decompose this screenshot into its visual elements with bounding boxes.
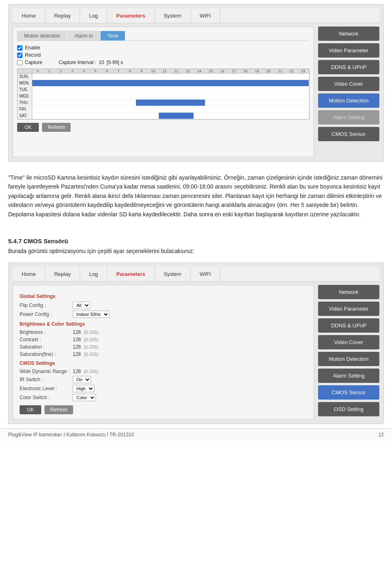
checkbox-record-row: Record: [17, 52, 310, 58]
tab-replay-1[interactable]: Replay: [45, 9, 80, 23]
sidebar-btn-videocover-2[interactable]: Video Cover: [318, 335, 379, 349]
day-cell-wed-empty: [32, 93, 309, 99]
tab-wifi-2[interactable]: WIFI: [191, 267, 220, 281]
day-cells-sun: [32, 73, 309, 80]
brightness-range: [0-255]: [84, 330, 98, 335]
saturation-fine-range: [0-255]: [84, 352, 98, 357]
hour-11: 11: [159, 69, 171, 73]
sidebar-btn-ddns-1[interactable]: DDNS & UPnP: [318, 60, 379, 74]
power-config-label: Power Config :: [20, 311, 73, 317]
sidebar-btn-cmos-2[interactable]: CMOS Sensor: [318, 385, 379, 400]
tab-home-1[interactable]: Home: [13, 9, 45, 23]
day-cells-mon: [32, 80, 309, 86]
day-cell-fri-empty: [32, 106, 309, 112]
ok-button-1[interactable]: OK: [17, 123, 39, 132]
tab-parameters-1[interactable]: Parameters: [107, 9, 155, 23]
color-switch-row: Color Switch : Color: [20, 394, 307, 401]
hour-20: 20: [263, 69, 274, 73]
day-label-fri: FRI.: [18, 106, 32, 112]
tab-wifi-1[interactable]: WIFI: [191, 9, 220, 23]
hour-0: 0: [32, 69, 44, 73]
refresh-button-1[interactable]: Refresh: [42, 123, 71, 132]
capture-interval-value: 10: [99, 60, 104, 65]
tab-alarm-in-1[interactable]: Alarm in: [68, 31, 100, 40]
wdr-value: 128: [73, 369, 81, 374]
checkbox-enable[interactable]: [17, 45, 22, 51]
tab-system-2[interactable]: System: [155, 267, 191, 281]
hour-12: 12: [171, 69, 182, 73]
section-heading: 5.4.7 CMOS Sensörü: [8, 238, 384, 244]
color-switch-select[interactable]: Color: [73, 394, 96, 401]
checkbox-enable-label: Enable: [25, 45, 40, 51]
schedule-row-fri[interactable]: FRI.: [18, 106, 309, 113]
hour-7: 7: [113, 69, 125, 73]
sidebar-btn-ddns-2[interactable]: DDNS & UPnP: [318, 318, 379, 333]
hour-18: 18: [240, 69, 252, 73]
saturation-fine-row: Saturation(fine) : 128 [0-255]: [20, 351, 307, 357]
sidebar-btn-videoparam-1[interactable]: Video Parameter: [318, 43, 379, 58]
cmos-settings-title: CMOS Settings: [20, 360, 307, 366]
sidebar-btn-alarm-1[interactable]: Alarm Setting: [318, 110, 379, 124]
sidebar-btn-cmos-1[interactable]: CMOS Sensor: [318, 127, 379, 141]
ir-switch-select[interactable]: On: [73, 376, 91, 383]
contrast-row: Contrast : 128 [0-255]: [20, 337, 307, 342]
saturation-range: [0-255]: [84, 344, 98, 349]
schedule-row-mon[interactable]: MON.: [18, 80, 309, 87]
tab-time-1[interactable]: Time: [100, 31, 125, 40]
schedule-row-thu[interactable]: THU.: [18, 100, 309, 106]
schedule-row-wed[interactable]: WED.: [18, 93, 309, 100]
footer-text: Plug&View IP kameraları I Kullanım Kılav…: [8, 432, 134, 438]
day-cells-fri: [32, 106, 309, 112]
flip-config-select[interactable]: All: [73, 302, 90, 309]
text-content-1: "Time" ile microSD Kartına kesintisiz ka…: [0, 166, 392, 231]
ir-switch-label: IR Switch :: [20, 377, 73, 382]
sidebar-2: Network Video Parameter DDNS & UPnP Vide…: [318, 285, 379, 420]
day-cell-thu-empty2: [205, 100, 309, 106]
panel-buttons-2: OK Refresh: [20, 405, 307, 414]
day-cell-mon-filled: [32, 80, 309, 86]
schedule-row-sun[interactable]: SUN.: [18, 73, 309, 80]
sidebar-btn-motion-1[interactable]: Motion Detection: [318, 93, 379, 108]
sidebar-btn-motion-2[interactable]: Motion Detection: [318, 352, 379, 366]
hour-19: 19: [252, 69, 263, 73]
tab-system-1[interactable]: System: [155, 9, 191, 23]
checkbox-record[interactable]: [17, 53, 22, 58]
sidebar-btn-osd-2[interactable]: OSD Setting: [318, 402, 379, 416]
schedule-row-sat[interactable]: SAT.: [18, 113, 309, 119]
hour-9: 9: [136, 69, 147, 73]
checkbox-enable-row: Enable: [17, 45, 310, 51]
sidebar-btn-network-1[interactable]: Network: [318, 27, 379, 41]
tab-parameters-2[interactable]: Parameters: [107, 267, 155, 281]
saturation-row: Saturation : 128 [0-255]: [20, 344, 307, 350]
power-config-select[interactable]: Indoor 50Hz: [73, 311, 109, 318]
hour-5: 5: [90, 69, 101, 73]
tab-log-2[interactable]: Log: [80, 267, 107, 281]
screenshot-1: Home Replay Log Parameters System WIFI M…: [8, 4, 384, 162]
sidebar-btn-videoparam-2[interactable]: Video Parameter: [318, 302, 379, 316]
page-number: 12: [379, 432, 384, 438]
ir-switch-row: IR Switch : On: [20, 376, 307, 383]
paragraph-1: "Time" ile microSD Kartına kesintisiz ka…: [8, 173, 384, 219]
sidebar-btn-alarm-2[interactable]: Alarm Setting: [318, 369, 379, 383]
tab-home-2[interactable]: Home: [13, 267, 45, 281]
sidebar-btn-network-2[interactable]: Network: [318, 285, 379, 299]
day-label-thu: THU.: [18, 100, 32, 106]
hour-2: 2: [56, 69, 67, 73]
tab-replay-2[interactable]: Replay: [45, 267, 80, 281]
capture-interval-label: Capture Interval :: [59, 60, 96, 65]
tab-log-1[interactable]: Log: [80, 9, 107, 23]
main-panel-1: Motion detection Alarm in Time Enable Re…: [13, 27, 314, 157]
sidebar-btn-videocover-1[interactable]: Video Cover: [318, 77, 379, 91]
saturation-fine-value: 128: [73, 351, 81, 357]
schedule-grid: 0 1 2 3 4 5 6 7 8 9 10 11 12 13: [17, 69, 310, 120]
tab-motion-detection-1[interactable]: Motion detection: [17, 31, 67, 40]
ok-button-2[interactable]: OK: [20, 405, 41, 414]
refresh-button-2[interactable]: Refresh: [45, 405, 73, 414]
section-subtext: Burada görüntü optimizasyonu için çeşitl…: [0, 248, 392, 258]
day-cells-thu: [32, 100, 309, 106]
electronic-level-select[interactable]: High: [73, 385, 94, 392]
checkbox-capture[interactable]: [17, 60, 22, 65]
schedule-row-tue[interactable]: TUE.: [18, 87, 309, 93]
panel-tabs-1: Motion detection Alarm in Time: [17, 31, 310, 41]
day-cell-thu-filled: [136, 100, 205, 106]
